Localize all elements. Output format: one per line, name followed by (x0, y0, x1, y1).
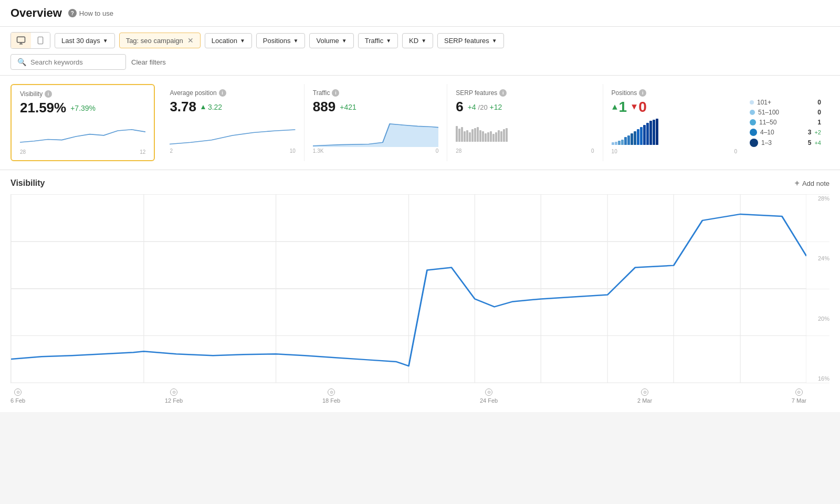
help-icon: ? (68, 9, 77, 17)
y-axis-labels: 28% 24% 20% 16% (808, 194, 830, 383)
note-icon-18feb[interactable]: ⚙ (328, 388, 335, 396)
serp-features-label: SERP features i (456, 89, 594, 97)
traffic-label: Traffic i (313, 89, 438, 97)
clear-filters-btn[interactable]: Clear filters (131, 58, 166, 66)
date-filter-btn[interactable]: Last 30 days ▼ (55, 33, 115, 48)
legend-label-11-50: 11–50 (759, 119, 807, 126)
legend-count-51-100: 0 (811, 109, 821, 116)
y-label-20: 20% (808, 316, 830, 322)
grid-line-bottom (11, 383, 830, 383)
desktop-device-btn[interactable] (11, 33, 31, 48)
chart-wrapper: 28% 24% 20% 16% (10, 194, 830, 404)
positions-chart-labels: 10 0 (612, 149, 737, 154)
x-axis-labels: ⚙ 6 Feb ⚙ 12 Feb ⚙ 18 Feb ⚙ 24 Feb ⚙ 2 (10, 385, 830, 404)
pos-bars (612, 119, 737, 145)
page-header: Overview ? How to use (0, 0, 840, 27)
legend-item-1-3: 1–3 5 +4 (750, 139, 821, 147)
legend-dot-101plus (750, 100, 754, 104)
tag-close-icon[interactable]: ✕ (187, 36, 194, 45)
serp-features-chart-labels: 28 0 (456, 148, 594, 154)
mobile-device-btn[interactable] (31, 33, 50, 48)
avg-position-card: Average position i 3.78 3.22 2 10 (161, 84, 304, 161)
positions-filter-btn[interactable]: Positions ▼ (256, 33, 306, 48)
tag-filter[interactable]: Tag: seo campaign ✕ (119, 33, 201, 48)
note-icon-12feb[interactable]: ⚙ (170, 388, 177, 396)
x-label-6feb: ⚙ 6 Feb (10, 388, 25, 404)
avg-position-delta: 3.22 (201, 103, 222, 111)
search-box[interactable]: 🔍 (10, 54, 126, 70)
legend-count-101plus: 0 (811, 99, 821, 106)
metrics-row: Visibility i 21.59% +7.39% 28 12 Average… (0, 76, 840, 170)
serp-features-filter-btn[interactable]: SERP features ▼ (437, 33, 504, 48)
chevron-down-icon: ▼ (386, 38, 391, 44)
toolbar-row2: 🔍 Clear filters (10, 54, 830, 70)
avg-position-chart-labels: 2 10 (170, 148, 295, 154)
legend-item-11-50: 11–50 1 (750, 119, 821, 126)
volume-filter-btn[interactable]: Volume ▼ (309, 33, 353, 48)
visibility-chart-labels: 28 12 (20, 149, 145, 155)
chevron-down-icon: ▼ (103, 38, 108, 44)
kd-filter-btn[interactable]: KD ▼ (402, 33, 433, 48)
chevron-down-icon: ▼ (421, 38, 426, 44)
help-link[interactable]: ? How to use (68, 9, 113, 17)
svg-rect-3 (38, 37, 43, 44)
positions-down: 0 (631, 99, 647, 116)
avg-position-value: 3.78 3.22 (170, 99, 295, 115)
location-filter-btn[interactable]: Location ▼ (205, 33, 252, 48)
svg-marker-7 (612, 104, 617, 110)
x-label-2mar: ⚙ 2 Mar (637, 388, 652, 404)
serp-features-value: 6 +4 /20 +12 (456, 99, 594, 115)
svg-marker-5 (201, 105, 205, 109)
x-label-18feb: ⚙ 18 Feb (322, 388, 340, 404)
traffic-info-icon[interactable]: i (332, 89, 339, 97)
traffic-delta: +421 (340, 103, 356, 111)
visibility-delta: +7.39% (70, 104, 96, 112)
x-label-7mar: ⚙ 7 Mar (792, 388, 806, 404)
note-icon-24feb[interactable]: ⚙ (485, 388, 492, 396)
chart-title: Visibility (10, 178, 45, 188)
add-note-btn[interactable]: + Add note (795, 178, 830, 188)
search-input[interactable] (30, 58, 109, 66)
chevron-down-icon: ▼ (240, 38, 245, 44)
traffic-card: Traffic i 889 +421 1.3K 0 (304, 84, 447, 161)
main-chart: 28% 24% 20% 16% (10, 194, 830, 383)
legend-dot-1-3 (750, 139, 758, 147)
positions-info-icon[interactable]: i (639, 89, 646, 97)
visibility-value: 21.59% +7.39% (20, 100, 145, 116)
visibility-info-icon[interactable]: i (45, 90, 52, 98)
legend-item-4-10: 4–10 3 +2 (750, 129, 821, 136)
chevron-down-icon: ▼ (492, 38, 497, 44)
positions-card: Positions i 1 0 (603, 84, 746, 161)
note-icon-6feb[interactable]: ⚙ (14, 388, 22, 396)
legend-dot-4-10 (750, 129, 757, 136)
avg-position-info-icon[interactable]: i (219, 89, 226, 97)
legend-dot-11-50 (750, 119, 756, 125)
legend-label-101plus: 101+ (757, 99, 807, 106)
toolbar: Last 30 days ▼ Tag: seo campaign ✕ Locat… (0, 27, 840, 76)
svg-rect-0 (17, 37, 25, 43)
x-label-24feb: ⚙ 24 Feb (480, 388, 498, 404)
positions-value: 1 0 (612, 99, 737, 116)
serp-features-mini-chart (456, 118, 594, 147)
visibility-card: Visibility i 21.59% +7.39% 28 12 (10, 84, 155, 161)
chevron-down-icon: ▼ (342, 38, 347, 44)
legend-label-51-100: 51–100 (758, 109, 807, 116)
help-label: How to use (79, 9, 113, 17)
serp-bars (456, 118, 594, 142)
legend-count-4-10: 3 (801, 129, 811, 136)
legend-item-101plus: 101+ 0 (750, 99, 821, 106)
device-toggle-group (10, 32, 50, 49)
chevron-down-icon: ▼ (293, 38, 299, 44)
note-icon-7mar[interactable]: ⚙ (795, 388, 803, 396)
plus-icon: + (795, 178, 800, 188)
note-icon-2mar[interactable]: ⚙ (641, 388, 648, 396)
traffic-filter-btn[interactable]: Traffic ▼ (358, 33, 398, 48)
positions-mini-chart (612, 119, 737, 148)
traffic-chart-labels: 1.3K 0 (313, 148, 438, 154)
positions-legend: 101+ 0 51–100 0 11–50 1 4–10 3 +2 1–3 5 … (746, 84, 830, 161)
svg-marker-8 (632, 104, 637, 110)
line-chart-svg (11, 194, 806, 383)
serp-features-info-icon[interactable]: i (499, 89, 507, 97)
avg-position-label: Average position i (170, 89, 295, 97)
toolbar-row1: Last 30 days ▼ Tag: seo campaign ✕ Locat… (10, 32, 830, 49)
